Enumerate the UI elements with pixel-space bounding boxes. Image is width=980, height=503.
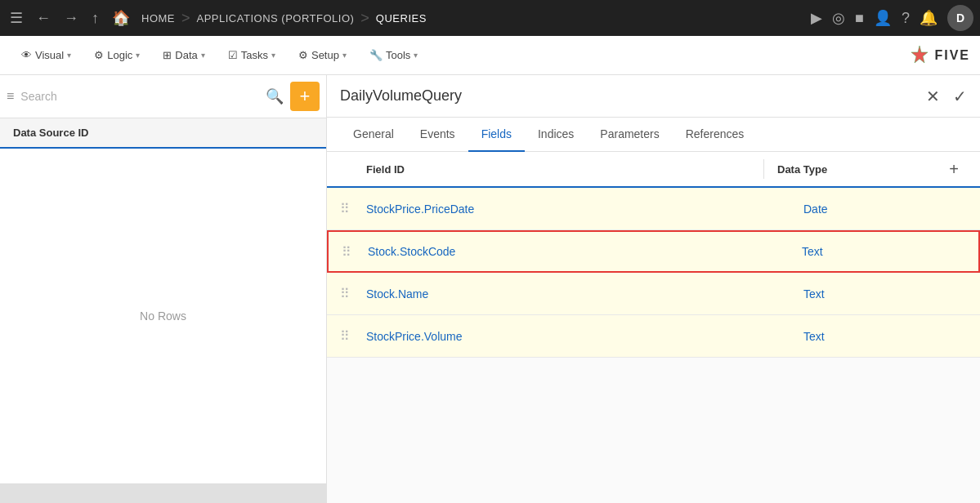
field-id-cell[interactable]: Stock.StockCode: [368, 245, 802, 258]
user-avatar[interactable]: D: [947, 5, 973, 31]
top-navigation: ☰ ← → ↑ 🏠 HOME > APPLICATIONS (PORTFOLIO…: [0, 0, 980, 36]
field-id-cell[interactable]: Stock.Name: [366, 287, 803, 300]
close-icon[interactable]: ✕: [926, 87, 940, 106]
tasks-icon: ☑: [228, 49, 238, 61]
data-type-cell: Text: [803, 287, 967, 300]
drag-handle-icon[interactable]: ⠿: [340, 286, 353, 301]
main-content: ≡ 🔍 + Data Source ID No Rows DailyVolume…: [0, 75, 980, 503]
drag-handle-icon[interactable]: ⠿: [342, 244, 355, 260]
add-button[interactable]: +: [290, 82, 320, 111]
toolbar-logic[interactable]: ⚙ Logic ▾: [83, 36, 151, 74]
applications-label[interactable]: APPLICATIONS (PORTFOLIO): [197, 12, 355, 24]
tab-events[interactable]: Events: [407, 118, 468, 152]
field-id-cell[interactable]: StockPrice.PriceDate: [366, 203, 803, 216]
toolbar-tasks[interactable]: ☑ Tasks ▾: [217, 36, 287, 74]
secondary-toolbar: 👁 Visual ▾ ⚙ Logic ▾ ⊞ Data ▾ ☑ Tasks ▾ …: [0, 36, 980, 75]
up-icon[interactable]: ↑: [88, 7, 102, 30]
forward-icon[interactable]: →: [60, 7, 82, 30]
breadcrumb-sep-2: >: [360, 10, 369, 27]
menu-icon[interactable]: ☰: [7, 6, 26, 30]
drag-handle-icon[interactable]: ⠿: [340, 328, 353, 344]
data-type-cell: Text: [803, 330, 967, 343]
toolbar-tools[interactable]: 🔧 Tools ▾: [358, 36, 429, 74]
toolbar-setup[interactable]: ⚙ Setup ▾: [287, 36, 358, 74]
col-separator: [763, 159, 764, 179]
sidebar-footer: [0, 483, 326, 503]
data-type-col-header: Data Type: [777, 163, 941, 176]
table-row[interactable]: ⠿ StockPrice.Volume Text: [327, 315, 980, 358]
panel-header-actions: ✕ ✓: [926, 87, 967, 106]
visual-dropdown-arrow: ▾: [67, 51, 71, 60]
toolbar-logic-label: Logic: [107, 49, 132, 61]
panel-header: DailyVolumeQuery ✕ ✓: [327, 75, 980, 118]
search-icon[interactable]: 🔍: [266, 87, 284, 105]
tasks-dropdown-arrow: ▾: [271, 51, 275, 60]
setup-dropdown-arrow: ▾: [342, 51, 347, 60]
sidebar-header: Data Source ID: [0, 118, 326, 149]
panel-title: DailyVolumeQuery: [340, 87, 926, 105]
toolbar-tasks-label: Tasks: [241, 49, 268, 61]
five-logo: FIVE: [908, 44, 970, 67]
table-row[interactable]: ⠿ Stock.StockCode Text: [327, 230, 980, 273]
visual-icon: 👁: [21, 49, 32, 61]
data-type-cell: Date: [803, 203, 967, 216]
toolbar-tools-label: Tools: [386, 49, 410, 61]
table-row[interactable]: ⠿ Stock.Name Text: [327, 273, 980, 315]
toolbar-setup-label: Setup: [311, 49, 339, 61]
home-icon[interactable]: 🏠: [109, 6, 133, 30]
tools-dropdown-arrow: ▾: [414, 51, 418, 60]
tab-parameters[interactable]: Parameters: [587, 118, 672, 152]
confirm-icon[interactable]: ✓: [953, 87, 967, 106]
tab-references[interactable]: References: [673, 118, 758, 152]
add-column-icon[interactable]: +: [949, 160, 959, 179]
logic-icon: ⚙: [94, 49, 104, 61]
no-rows-label: No Rows: [140, 309, 186, 323]
sidebar-header-title: Data Source ID: [13, 127, 88, 139]
five-logo-text: FIVE: [934, 48, 970, 63]
breadcrumb: 🏠 HOME > APPLICATIONS (PORTFOLIO) > QUER…: [109, 6, 804, 30]
tab-fields[interactable]: Fields: [468, 118, 525, 152]
fields-table: Field ID Data Type + ⠿ StockPrice.PriceD…: [327, 152, 980, 503]
record-icon[interactable]: ◎: [832, 9, 845, 27]
breadcrumb-sep-1: >: [181, 10, 190, 27]
queries-label[interactable]: QUERIES: [376, 12, 427, 24]
toolbar-data[interactable]: ⊞ Data ▾: [151, 36, 216, 74]
stop-icon[interactable]: ■: [855, 10, 864, 27]
back-icon[interactable]: ←: [33, 7, 54, 30]
home-label[interactable]: HOME: [141, 12, 175, 24]
drag-handle-icon[interactable]: ⠿: [340, 201, 353, 216]
sidebar-body: No Rows: [0, 149, 326, 483]
setup-icon: ⚙: [298, 49, 308, 61]
table-row[interactable]: ⠿ StockPrice.PriceDate Date: [327, 188, 980, 230]
filter-icon: ≡: [7, 89, 14, 104]
sidebar-search-bar: ≡ 🔍 +: [0, 75, 326, 118]
toolbar-data-label: Data: [175, 49, 197, 61]
data-icon: ⊞: [163, 49, 172, 61]
tab-indices[interactable]: Indices: [525, 118, 587, 152]
logic-dropdown-arrow: ▾: [136, 51, 140, 60]
sidebar: ≡ 🔍 + Data Source ID No Rows: [0, 75, 327, 503]
bell-icon[interactable]: 🔔: [920, 9, 937, 27]
toolbar-visual[interactable]: 👁 Visual ▾: [10, 36, 83, 74]
top-nav-actions: ▶ ◎ ■ 👤 ? 🔔 D: [811, 5, 973, 31]
help-icon[interactable]: ?: [902, 10, 910, 27]
field-id-col-header: Field ID: [366, 163, 763, 176]
data-type-cell: Text: [802, 245, 965, 258]
play-icon[interactable]: ▶: [811, 9, 822, 27]
add-col-action[interactable]: +: [941, 160, 967, 179]
five-logo-icon: [908, 44, 931, 67]
right-panel: DailyVolumeQuery ✕ ✓ General Events Fiel…: [327, 75, 980, 503]
toolbar-visual-label: Visual: [35, 49, 64, 61]
field-id-cell[interactable]: StockPrice.Volume: [366, 330, 803, 343]
table-header: Field ID Data Type +: [327, 152, 980, 188]
tools-icon: 🔧: [369, 49, 383, 61]
data-dropdown-arrow: ▾: [201, 51, 205, 60]
tabs-bar: General Events Fields Indices Parameters…: [327, 118, 980, 152]
tab-general[interactable]: General: [340, 118, 407, 152]
agent-icon[interactable]: 👤: [874, 9, 892, 27]
search-input[interactable]: [20, 90, 259, 103]
